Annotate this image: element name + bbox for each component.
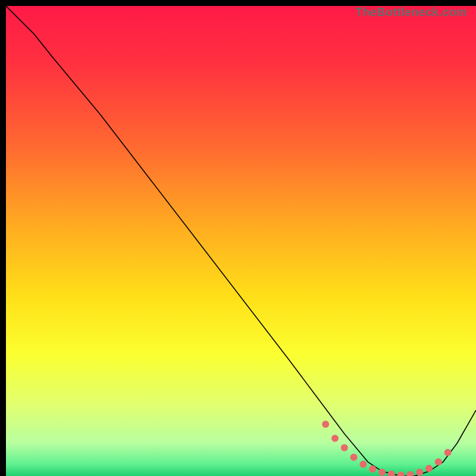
chart-svg: [6, 6, 476, 476]
marker-dot: [350, 453, 358, 461]
marker-dot: [416, 469, 423, 476]
watermark-text: TheBottleneck.com: [355, 5, 467, 19]
marker-dot: [425, 465, 433, 472]
marker-dot: [359, 461, 367, 468]
marker-dot: [444, 449, 452, 456]
chart-frame: TheBottleneck.com: [3, 3, 473, 473]
marker-dot: [435, 458, 442, 465]
marker-dot: [378, 469, 386, 476]
marker-dot: [331, 435, 339, 442]
marker-dot: [322, 421, 329, 428]
chart-background: [6, 6, 476, 476]
marker-dot: [369, 465, 376, 472]
marker-dot: [341, 444, 348, 452]
